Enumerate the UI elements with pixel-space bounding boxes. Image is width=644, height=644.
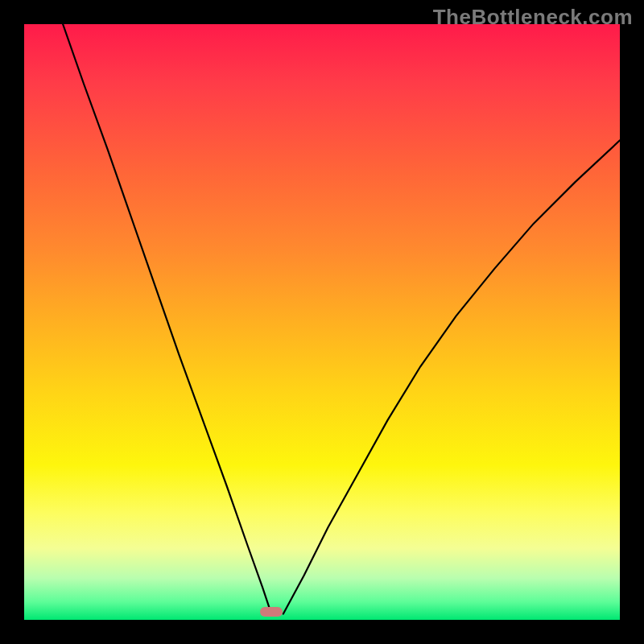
chart-frame: TheBottleneck.com: [0, 0, 644, 644]
minimum-marker: [260, 607, 283, 617]
curve-left: [63, 24, 271, 614]
plot-area: [24, 24, 620, 620]
curve-right: [283, 140, 620, 613]
curves-svg: [24, 24, 620, 620]
